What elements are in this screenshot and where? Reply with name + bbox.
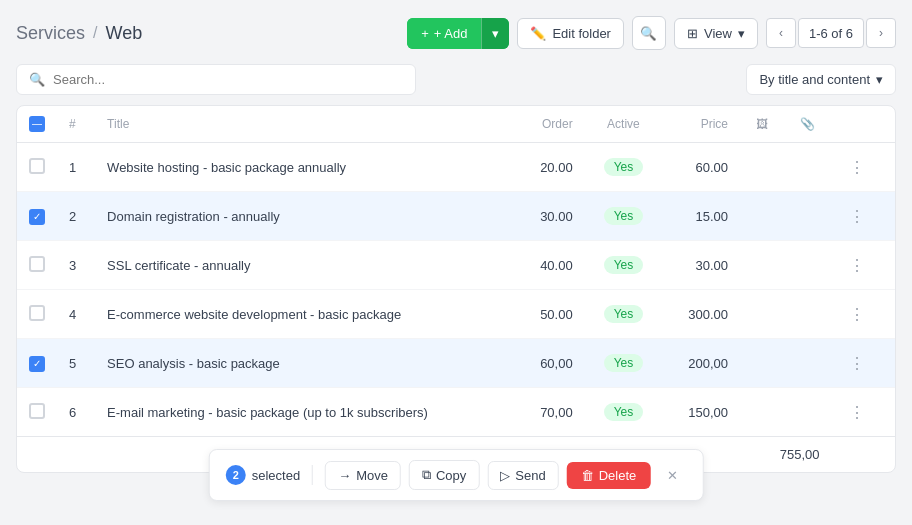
row-number: 6 xyxy=(57,388,95,437)
row-checkbox[interactable] xyxy=(29,256,45,272)
view-button[interactable]: ⊞ View ▾ xyxy=(674,18,758,49)
search-input[interactable] xyxy=(53,72,403,87)
table-row: ✓ 5 SEO analysis - basic package 60,00 Y… xyxy=(17,339,895,388)
row-checkbox[interactable]: ✓ xyxy=(29,356,45,372)
row-number: 5 xyxy=(57,339,95,388)
active-badge: Yes xyxy=(604,354,644,372)
send-button[interactable]: ▷ Send xyxy=(487,461,558,490)
breadcrumb-current: Web xyxy=(105,23,142,44)
row-price: 30.00 xyxy=(662,241,740,290)
row-active: Yes xyxy=(585,143,663,192)
row-checkbox[interactable] xyxy=(29,158,45,174)
row-more-button[interactable]: ⋮ xyxy=(843,398,871,426)
row-price: 300.00 xyxy=(662,290,740,339)
row-image-cell xyxy=(740,388,784,437)
selected-label: selected xyxy=(252,468,300,483)
row-checkbox-cell xyxy=(17,290,57,339)
add-dropdown-button[interactable]: ▾ xyxy=(481,18,509,49)
select-all-checkbox[interactable]: — xyxy=(29,116,45,132)
close-button[interactable]: ✕ xyxy=(658,461,686,489)
close-icon: ✕ xyxy=(667,468,678,483)
edit-folder-button[interactable]: ✏️ Edit folder xyxy=(517,18,624,49)
add-main-button[interactable]: + + Add xyxy=(407,18,481,49)
breadcrumb-parent[interactable]: Services xyxy=(16,23,85,44)
row-checkbox-cell xyxy=(17,241,57,290)
total-actions xyxy=(831,437,895,473)
row-price: 150,00 xyxy=(662,388,740,437)
pagination-text: 1-6 of 6 xyxy=(798,18,864,48)
row-active: Yes xyxy=(585,192,663,241)
copy-button[interactable]: ⧉ Copy xyxy=(409,460,479,490)
row-checkbox[interactable] xyxy=(29,403,45,419)
col-attachment: 📎 xyxy=(784,106,832,143)
copy-label: Copy xyxy=(436,468,466,483)
col-price: Price xyxy=(662,106,740,143)
filter-button[interactable]: By title and content ▾ xyxy=(746,64,896,95)
row-more-button[interactable]: ⋮ xyxy=(843,202,871,230)
breadcrumb: Services / Web xyxy=(16,23,142,44)
col-active: Active xyxy=(585,106,663,143)
row-number: 2 xyxy=(57,192,95,241)
active-badge: Yes xyxy=(604,403,644,421)
toolbar: 🔍 By title and content ▾ xyxy=(16,64,896,95)
add-button-label: + Add xyxy=(434,26,468,41)
row-image-cell xyxy=(740,143,784,192)
col-actions xyxy=(831,106,895,143)
row-image-cell xyxy=(740,192,784,241)
row-checkbox[interactable]: ✓ xyxy=(29,209,45,225)
delete-label: Delete xyxy=(599,468,637,483)
col-number: # xyxy=(57,106,95,143)
prev-page-button[interactable]: ‹ xyxy=(766,18,796,48)
chevron-down-icon: ▾ xyxy=(492,26,499,41)
row-checkbox[interactable] xyxy=(29,305,45,321)
row-active: Yes xyxy=(585,339,663,388)
row-order: 30.00 xyxy=(516,192,585,241)
clip-icon: 📎 xyxy=(800,117,815,131)
row-more-button[interactable]: ⋮ xyxy=(843,153,871,181)
search-button[interactable]: 🔍 xyxy=(632,16,666,50)
indeterminate-icon: — xyxy=(32,119,42,129)
divider xyxy=(312,465,313,485)
table-row: 4 E-commerce website development - basic… xyxy=(17,290,895,339)
col-title: Title xyxy=(95,106,516,143)
row-attachment-cell xyxy=(784,388,832,437)
view-label: View xyxy=(704,26,732,41)
table-row: 1 Website hosting - basic package annual… xyxy=(17,143,895,192)
copy-icon: ⧉ xyxy=(422,467,431,483)
image-icon: 🖼 xyxy=(756,117,768,131)
chevron-down-icon: ▾ xyxy=(738,26,745,41)
add-button-group: + + Add ▾ xyxy=(407,18,509,49)
active-badge: Yes xyxy=(604,256,644,274)
select-all-header: — xyxy=(17,106,57,143)
plus-icon: + xyxy=(421,26,429,41)
edit-icon: ✏️ xyxy=(530,26,546,41)
services-table: — # Title Order Active Price 🖼 📎 xyxy=(17,106,895,472)
page-container: Services / Web + + Add ▾ ✏️ Edit folder … xyxy=(0,0,912,525)
bottom-action-bar: 2 selected → Move ⧉ Copy ▷ Send 🗑 Delete… xyxy=(209,449,704,501)
search-icon: 🔍 xyxy=(640,26,657,41)
delete-button[interactable]: 🗑 Delete xyxy=(567,462,651,489)
row-number: 1 xyxy=(57,143,95,192)
row-more-button[interactable]: ⋮ xyxy=(843,300,871,328)
row-checkbox-cell: ✓ xyxy=(17,339,57,388)
row-more-cell: ⋮ xyxy=(831,388,895,437)
table-row: 6 E-mail marketing - basic package (up t… xyxy=(17,388,895,437)
row-active: Yes xyxy=(585,241,663,290)
row-title: SEO analysis - basic package xyxy=(95,339,516,388)
search-box[interactable]: 🔍 xyxy=(16,64,416,95)
row-image-cell xyxy=(740,290,784,339)
table-row: 3 SSL certificate - annually 40.00 Yes 3… xyxy=(17,241,895,290)
row-attachment-cell xyxy=(784,192,832,241)
next-page-button[interactable]: › xyxy=(866,18,896,48)
row-more-button[interactable]: ⋮ xyxy=(843,251,871,279)
row-more-cell: ⋮ xyxy=(831,290,895,339)
row-attachment-cell xyxy=(784,339,832,388)
row-order: 70,00 xyxy=(516,388,585,437)
row-image-cell xyxy=(740,339,784,388)
col-image: 🖼 xyxy=(740,106,784,143)
move-button[interactable]: → Move xyxy=(325,461,401,490)
row-attachment-cell xyxy=(784,241,832,290)
row-more-button[interactable]: ⋮ xyxy=(843,349,871,377)
col-order: Order xyxy=(516,106,585,143)
row-title: E-commerce website development - basic p… xyxy=(95,290,516,339)
